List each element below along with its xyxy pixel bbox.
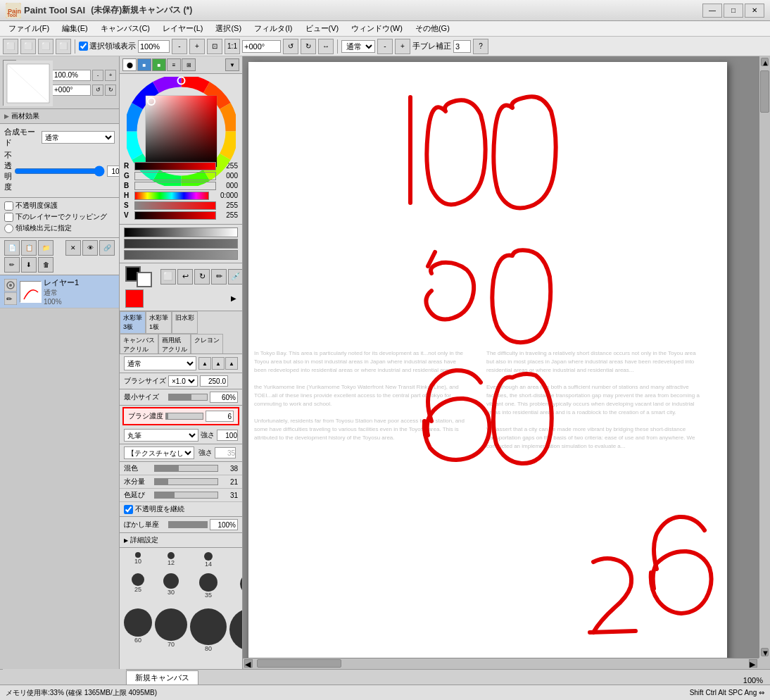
brush-dot-12[interactable]: 12 xyxy=(155,552,187,570)
layer-merge-btn[interactable]: ⬇ xyxy=(21,257,37,273)
blur-track[interactable] xyxy=(168,521,208,528)
pen-strength-input[interactable] xyxy=(217,430,238,441)
brush-dot-70[interactable]: 70 xyxy=(155,608,187,665)
blend-plus[interactable]: + xyxy=(395,39,410,54)
b-slider[interactable] xyxy=(134,182,216,190)
brush-dot-40[interactable]: 40 xyxy=(229,573,243,606)
pen-type-select[interactable]: 丸筆 xyxy=(124,429,198,442)
stabilizer-info[interactable]: ? xyxy=(473,39,488,54)
brush-dot-90[interactable]: 90 xyxy=(229,608,243,665)
stabilizer-input[interactable] xyxy=(453,40,471,53)
brush-dot-10[interactable]: 10 xyxy=(124,552,152,570)
zoom-out-btn[interactable]: - xyxy=(172,39,187,54)
menu-canvas[interactable]: キャンバス(C) xyxy=(95,22,156,35)
opacity-slider[interactable] xyxy=(14,165,105,177)
scroll-v-thumb[interactable] xyxy=(760,70,769,113)
brush-dot-60[interactable]: 60 xyxy=(124,608,152,665)
toolbar-selection-show[interactable]: 選択領域表示 xyxy=(79,41,136,51)
scroll-down-btn[interactable]: ▼ xyxy=(761,648,769,656)
menu-layer[interactable]: レイヤー(L) xyxy=(157,22,208,35)
menu-view[interactable]: ビュー(V) xyxy=(300,22,345,35)
subtool-old-watercolor[interactable]: 旧水彩 xyxy=(172,311,198,334)
brush-size-mult[interactable]: ×1.0 xyxy=(168,375,198,387)
brush-dot-16[interactable]: 16 xyxy=(229,552,243,570)
new-layer-btn[interactable]: 📄 xyxy=(4,240,20,256)
brush-dot-25[interactable]: 25 xyxy=(124,573,152,606)
eyedropper-tool[interactable]: 💉 xyxy=(228,269,243,285)
angle-input[interactable] xyxy=(242,40,281,53)
canvas-scrollbar-h[interactable]: ◀ ▶ xyxy=(243,658,759,669)
blend-mode-dropdown[interactable]: 通常 xyxy=(341,40,375,53)
scroll-left-btn[interactable]: ◀ xyxy=(244,659,253,668)
color-menu-btn[interactable]: ▼ xyxy=(225,58,239,71)
selection-show-checkbox[interactable] xyxy=(79,42,88,51)
color-green-btn[interactable]: ■ xyxy=(152,58,166,71)
color-circle-btn[interactable]: ⬤ xyxy=(122,58,137,71)
brush-dot-35[interactable]: 35 xyxy=(190,573,227,606)
gradient-bar-3[interactable] xyxy=(124,250,238,260)
brush-dot-30[interactable]: 30 xyxy=(155,573,187,606)
brush-dot-80[interactable]: 80 xyxy=(190,608,227,665)
menu-file[interactable]: ファイル(F) xyxy=(3,22,55,35)
blur-edge-input[interactable] xyxy=(210,519,238,530)
blend-tri-1[interactable]: ▲ xyxy=(198,357,211,370)
scale-down[interactable]: - xyxy=(92,70,103,81)
mix-track[interactable] xyxy=(154,465,218,472)
color-grid-btn[interactable]: ≡ xyxy=(167,58,181,71)
rotate-left-btn[interactable]: ↺ xyxy=(283,39,298,54)
layer-visibility-icon[interactable] xyxy=(4,279,17,292)
pen-tool[interactable]: ✏ xyxy=(211,269,227,285)
menu-select[interactable]: 選択(S) xyxy=(210,22,247,35)
layer-blend-select[interactable]: 通常 xyxy=(42,131,115,144)
layer-close-btn[interactable]: ✕ xyxy=(65,240,81,256)
subtool-paper-acrylic[interactable]: 画用紙アクリル xyxy=(158,334,191,354)
flip-btn[interactable]: ↔ xyxy=(318,39,334,54)
blend-minus[interactable]: - xyxy=(377,39,393,54)
gradient-bar-2[interactable] xyxy=(124,239,238,249)
subtool-canvas-acrylic[interactable]: キャンバスアクリル xyxy=(120,334,158,354)
concentration-track[interactable] xyxy=(165,413,203,420)
current-color-swatch[interactable] xyxy=(125,289,144,308)
zoom-reset-btn[interactable]: 1:1 xyxy=(225,39,240,54)
menu-edit[interactable]: 編集(E) xyxy=(56,22,94,35)
zoom-input[interactable] xyxy=(138,40,170,53)
clip-below-cb[interactable] xyxy=(4,213,13,222)
zoom-fit-btn[interactable]: ⊡ xyxy=(207,39,222,54)
g-slider[interactable] xyxy=(134,172,216,180)
min-size-track[interactable] xyxy=(168,394,208,401)
maximize-button[interactable]: □ xyxy=(724,4,743,18)
menu-window[interactable]: ウィンドウ(W) xyxy=(346,22,408,35)
source-detect-rb[interactable] xyxy=(4,224,13,233)
water-track[interactable] xyxy=(154,478,218,485)
scroll-right-btn[interactable]: ▶ xyxy=(749,659,757,668)
keep-opacity-cb[interactable] xyxy=(124,505,133,514)
concentration-input[interactable] xyxy=(206,411,234,422)
toolbar-btn-1[interactable]: ⬜ xyxy=(3,39,18,54)
color-wheel-container[interactable] xyxy=(127,77,236,156)
scroll-up-btn[interactable]: ▲ xyxy=(761,58,769,66)
v-slider[interactable] xyxy=(134,211,216,220)
opacity-input[interactable] xyxy=(107,165,120,177)
rotate-right-btn[interactable]: ↻ xyxy=(301,39,316,54)
angle-ccw[interactable]: ↺ xyxy=(92,85,103,96)
bg-color[interactable] xyxy=(137,272,152,287)
brush-size-input[interactable] xyxy=(200,375,228,387)
layer-edit-btn[interactable]: ✏ xyxy=(4,257,20,273)
new-layer2-btn[interactable]: 📋 xyxy=(21,240,37,256)
color-arrow[interactable]: ▶ xyxy=(231,294,236,302)
r-slider[interactable] xyxy=(134,162,216,170)
subtool-watercolor-1[interactable]: 水彩筆1板 xyxy=(146,311,172,334)
toolbar-btn-2[interactable]: ⬜ xyxy=(20,39,36,54)
canvas-content[interactable]: In Tokyo Bay. This area is particularly … xyxy=(248,62,727,669)
min-size-input[interactable] xyxy=(210,392,238,403)
tex-strength-input[interactable] xyxy=(215,447,236,458)
brush-dot-14[interactable]: 14 xyxy=(190,552,227,570)
angle-cw[interactable]: ↻ xyxy=(105,85,116,96)
gradient-bar-1[interactable] xyxy=(124,227,238,237)
new-folder-btn[interactable]: 📁 xyxy=(38,240,53,256)
canvas-scrollbar-v[interactable]: ▲ ▼ xyxy=(759,56,770,658)
blend-tri-3[interactable]: ▲ xyxy=(225,357,238,370)
color-blend-track[interactable] xyxy=(154,492,218,499)
layer-item[interactable]: ✏ レイヤー1 通常 100% xyxy=(0,275,119,308)
toolbar-btn-3[interactable]: ⬜ xyxy=(38,39,53,54)
